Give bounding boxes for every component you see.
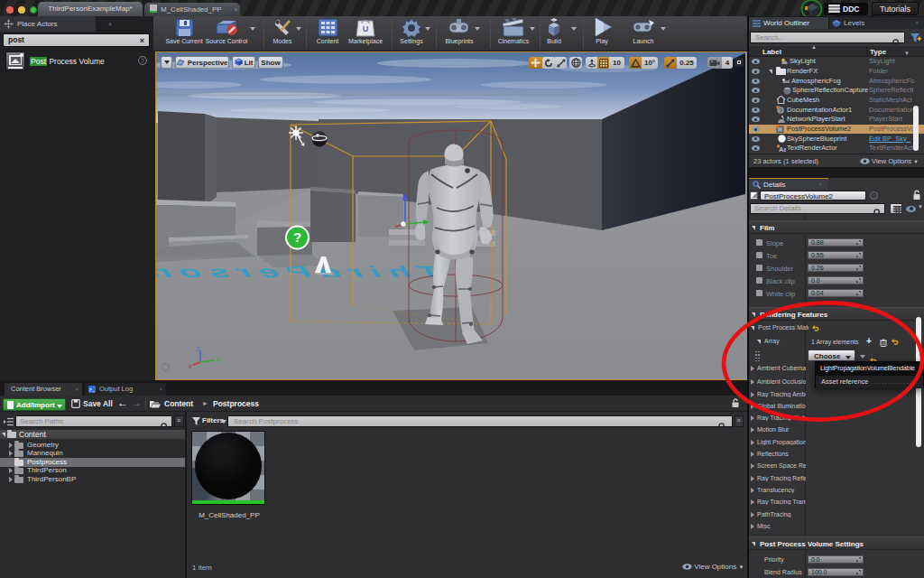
svg-text:U: U xyxy=(363,24,369,33)
svg-text:x: x xyxy=(189,363,192,369)
svg-text:Y: Y xyxy=(217,358,221,364)
svg-text:?: ? xyxy=(293,229,301,245)
svg-text:Z: Z xyxy=(196,346,200,352)
svg-text:?: ? xyxy=(779,107,782,114)
svg-text:Aa: Aa xyxy=(779,145,786,153)
